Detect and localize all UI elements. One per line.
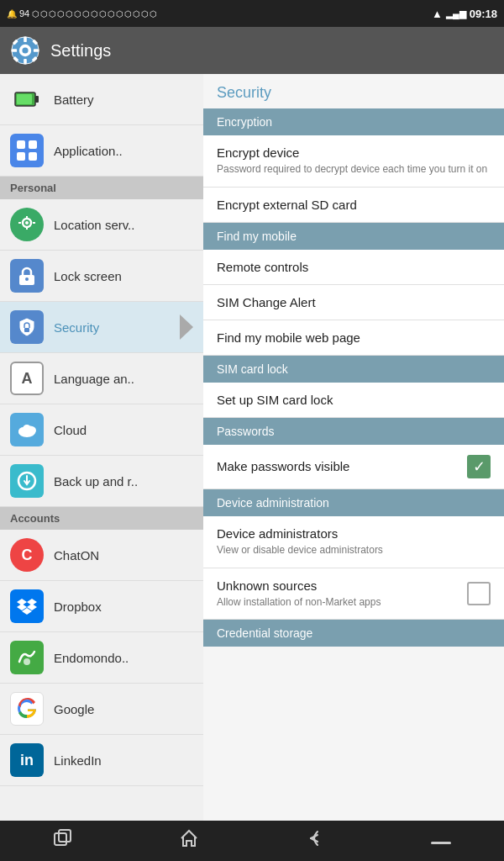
sidebar-label-cloud: Cloud [54,423,87,437]
recent-apps-button[interactable] [36,821,90,860]
list-item-encrypt-device[interactable]: Encrypt device Password required to decr… [203,135,504,188]
back-button[interactable] [288,821,342,860]
cloud-icon [10,413,44,446]
app-title: Settings [50,41,111,61]
list-item-find-mobile-web[interactable]: Find my mobile web page [203,320,504,356]
sidebar-item-linkedin[interactable]: in LinkedIn [0,735,203,786]
sidebar-label-endomondo: Endomondo.. [54,651,129,665]
chaton-icon: C [10,538,44,572]
sidebar-item-google[interactable]: Google [0,684,203,735]
sidebar-label-dropbox: Dropbox [54,600,102,614]
sidebar-item-backup[interactable]: Back up and r.. [0,456,203,507]
sidebar-label-chaton: ChatON [54,548,99,563]
sidebar-label-location: Location serv.. [54,218,134,232]
svg-rect-16 [17,152,25,161]
sidebar-item-cloud[interactable]: Cloud [0,404,203,456]
svg-rect-41 [431,842,451,844]
notification-icon: 🔔 [7,9,17,18]
sidebar-label-applications: Application.. [54,144,123,158]
content-title: Security [203,74,504,108]
linkedin-icon: in [10,743,44,777]
section-label-credential-storage: Credential storage [203,620,504,647]
svg-rect-17 [29,152,37,161]
list-item-sim-change-alert[interactable]: SIM Change Alert [203,285,504,320]
sidebar-item-location[interactable]: Location serv.. [0,199,203,251]
svg-rect-3 [24,37,27,42]
endomondo-icon [10,641,44,674]
status-bar-left: 🔔 94 ⬡⬡⬡⬡⬡⬡⬡⬡⬡⬡⬡⬡⬡⬡⬡ [7,8,158,18]
signal-icon: ▂▄▆ [446,8,466,19]
svg-rect-26 [24,328,29,332]
unknown-sources-checkbox[interactable] [467,582,491,605]
sidebar-item-dropbox[interactable]: Dropbox [0,581,203,632]
svg-rect-6 [34,49,39,52]
svg-rect-4 [24,59,27,64]
wifi-icon: ▲ [432,8,443,20]
app-bar: Settings [0,27,504,74]
encrypt-sd-title: Encrypt external SD card [217,198,491,212]
p-icons: ⬡⬡⬡⬡⬡⬡⬡⬡⬡⬡⬡⬡⬡⬡⬡ [32,9,158,18]
sidebar-item-security[interactable]: Security [0,302,203,353]
notification-count: 94 [19,8,29,18]
content-panel: Security Encryption Encrypt device Passw… [203,74,504,821]
security-icon [10,310,44,344]
svg-marker-27 [180,314,193,340]
unknown-sources-title: Unknown sources [217,578,467,593]
sidebar-item-chaton[interactable]: C ChatON [0,530,203,581]
section-label-device-admin: Device administration [203,489,504,516]
sidebar-label-lockscreen: Lock screen [54,269,122,283]
svg-rect-39 [55,833,66,845]
svg-rect-13 [17,94,32,104]
section-label-simcardlock: SIM card lock [203,356,504,383]
sidebar: Battery Application.. Personal [0,74,203,821]
section-label-findmymobile: Find my mobile [203,223,504,250]
lockscreen-icon [10,259,44,293]
sidebar-label-language: Language an.. [54,372,134,386]
personal-section-header: Personal [0,177,203,199]
sidebar-item-lockscreen[interactable]: Lock screen [0,251,203,302]
google-icon [10,692,44,726]
svg-point-2 [22,47,28,53]
remote-controls-title: Remote controls [217,260,491,274]
menu-button[interactable] [414,823,468,858]
encrypt-device-subtitle: Password required to decrypt device each… [217,162,491,177]
bottom-nav [0,821,504,861]
encrypt-device-title: Encrypt device [217,145,491,160]
language-icon: A [10,362,44,395]
svg-rect-40 [59,830,71,842]
svg-rect-15 [29,140,37,149]
svg-rect-12 [35,96,39,103]
accounts-section-header: Accounts [0,507,203,530]
sidebar-label-backup: Back up and r.. [54,474,138,489]
unknown-sources-subtitle: Allow installation of non-Market apps [217,595,467,610]
sidebar-item-applications[interactable]: Application.. [0,125,203,177]
make-passwords-checkbox[interactable]: ✓ [467,455,491,478]
sidebar-label-google: Google [54,702,94,716]
list-item-remote-controls[interactable]: Remote controls [203,250,504,285]
sidebar-item-language[interactable]: A Language an.. [0,353,203,404]
sidebar-item-battery[interactable]: Battery [0,74,203,125]
svg-point-31 [23,425,31,433]
sidebar-label-linkedin: LinkedIn [54,753,102,768]
home-button[interactable] [162,821,216,860]
backup-icon [10,464,44,498]
apps-icon [10,134,44,167]
list-item-encrypt-sd[interactable]: Encrypt external SD card [203,188,504,223]
list-item-make-passwords-visible[interactable]: Make passwords visible ✓ [203,445,504,489]
find-mobile-web-title: Find my mobile web page [217,330,491,345]
battery-icon [10,82,44,116]
list-item-unknown-sources[interactable]: Unknown sources Allow installation of no… [203,568,504,621]
time-display: 09:18 [470,8,497,20]
list-item-setup-sim-lock[interactable]: Set up SIM card lock [203,383,504,418]
main-layout: Battery Application.. Personal [0,74,504,821]
section-label-encryption: Encryption [203,108,504,135]
active-indicator [180,314,193,340]
device-administrators-title: Device administrators [217,526,491,541]
svg-point-38 [24,658,30,665]
status-bar: 🔔 94 ⬡⬡⬡⬡⬡⬡⬡⬡⬡⬡⬡⬡⬡⬡⬡ ▲ ▂▄▆ 09:18 [0,0,504,27]
sidebar-item-endomondo[interactable]: Endomondo.. [0,632,203,684]
svg-point-19 [25,221,29,224]
setup-sim-lock-title: Set up SIM card lock [217,393,491,407]
list-item-device-administrators[interactable]: Device administrators View or disable de… [203,516,504,568]
svg-rect-14 [17,140,25,149]
